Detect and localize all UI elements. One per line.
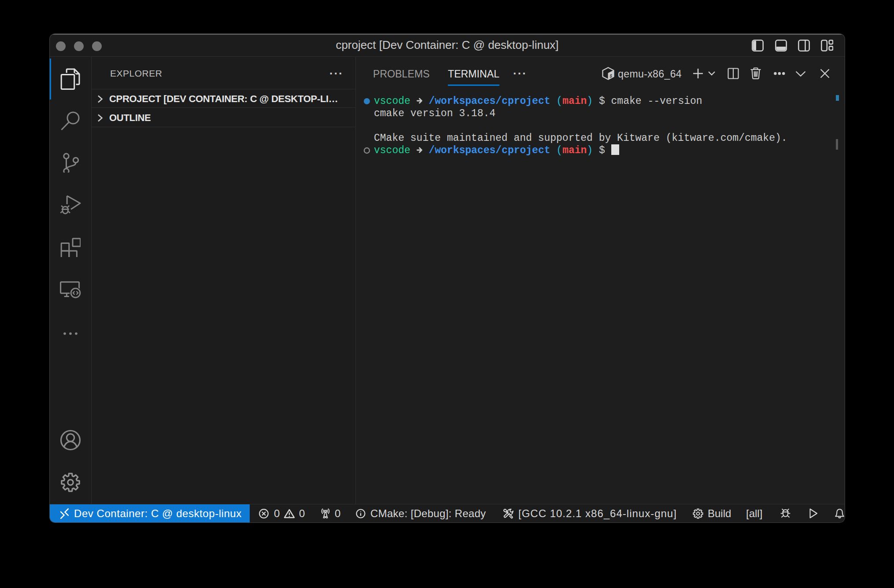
svg-text:$: $ xyxy=(610,74,612,79)
